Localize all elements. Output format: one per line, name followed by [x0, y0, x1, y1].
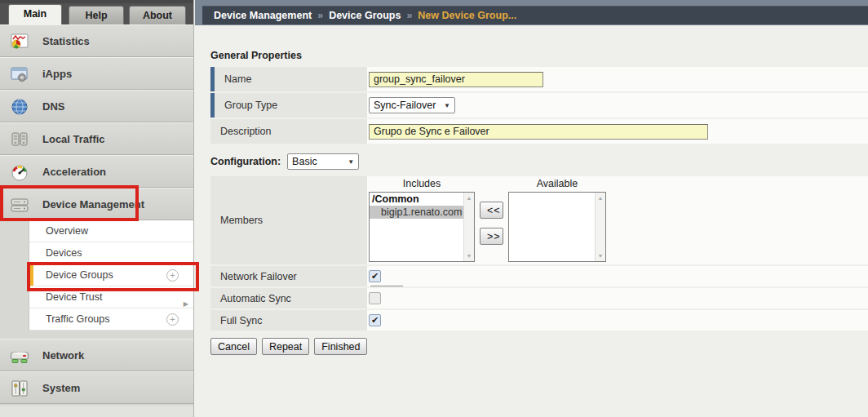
includes-scrollbar[interactable]: ▲ ▼ [463, 193, 474, 261]
sidebar: Main Help About Statistics iApps DNS [0, 0, 194, 417]
full-sync-row: Full Sync ✔ [210, 310, 868, 330]
system-icon [10, 379, 29, 398]
submenu-item-device-trust[interactable]: Device Trust ▶ [29, 286, 193, 308]
bigip-admin-window: Main Help About Statistics iApps DNS [0, 0, 868, 417]
sidebar-item-label: Network [42, 339, 84, 371]
action-buttons: Cancel Repeat Finished [210, 338, 868, 355]
submenu-item-traffic-groups[interactable]: Traffic Groups + [29, 308, 193, 330]
configuration-line: Configuration: Basic ▼ [210, 153, 868, 170]
submenu-item-label: Devices [46, 247, 82, 259]
add-icon[interactable]: + [166, 269, 179, 282]
name-input[interactable] [369, 72, 543, 87]
includes-listbox[interactable]: /Common bigip1.renato.com ▲ ▼ [369, 192, 475, 262]
includes-column: Includes /Common bigip1.renato.com ▲ ▼ [369, 178, 475, 262]
automatic-sync-label: Automatic Sync [220, 293, 291, 304]
check-icon: ✔ [371, 272, 379, 281]
available-title: Available [508, 178, 606, 192]
add-icon[interactable]: + [166, 313, 179, 326]
breadcrumb: Device Management » Device Groups » New … [202, 6, 868, 24]
scroll-up-icon[interactable]: ▲ [464, 195, 474, 201]
sidebar-item-label: DNS [42, 91, 64, 122]
tab-strip: Main Help About [0, 0, 193, 24]
section-title-general-properties: General Properties [210, 50, 868, 61]
main-content: Device Management » Device Groups » New … [195, 0, 868, 417]
configuration-label: Configuration: [210, 156, 281, 167]
group-type-select[interactable]: Sync-Failover ▼ [369, 97, 455, 113]
form-area: General Properties Name Group Type [195, 50, 868, 355]
members-value-cell: Includes /Common bigip1.renato.com ▲ ▼ [367, 176, 868, 264]
check-icon: ✔ [371, 316, 379, 325]
automatic-sync-label-cell: Automatic Sync [210, 288, 367, 308]
sidebar-footer-area [0, 406, 193, 417]
includes-title: Includes [369, 178, 475, 192]
members-label-cell: Members [210, 176, 367, 264]
breadcrumb-current-page: New Device Group... [418, 10, 516, 21]
name-label: Name [224, 73, 251, 85]
local-traffic-icon [10, 130, 29, 149]
name-row: Name [210, 67, 868, 91]
available-listbox[interactable]: ▲ ▼ [508, 192, 606, 262]
sidebar-item-local-traffic[interactable]: Local Traffic [0, 122, 193, 155]
sidebar-item-device-management[interactable]: Device Management [0, 188, 193, 220]
name-label-cell: Name [210, 67, 367, 91]
sidebar-item-acceleration[interactable]: Acceleration [0, 155, 193, 188]
general-properties-table: Name Group Type Sync-Failover ▼ [210, 67, 868, 144]
breadcrumb-device-management[interactable]: Device Management [214, 10, 312, 21]
table-fold-line [370, 286, 403, 286]
submenu-item-devices[interactable]: Devices [29, 242, 193, 264]
description-value-cell [367, 119, 868, 144]
tab-main[interactable]: Main [8, 4, 62, 24]
breadcrumb-separator: » [312, 10, 329, 21]
automatic-sync-value-cell [367, 288, 868, 308]
group-type-label: Group Type [224, 100, 277, 111]
configuration-select[interactable]: Basic ▼ [287, 153, 359, 170]
available-column: Available ▲ ▼ [508, 178, 606, 262]
sidebar-item-iapps[interactable]: iApps [0, 57, 193, 90]
statistics-icon [10, 32, 29, 51]
breadcrumb-device-groups[interactable]: Device Groups [329, 10, 401, 21]
submenu-item-device-groups[interactable]: Device Groups + [29, 264, 193, 286]
submenu-item-overview[interactable]: Overview [29, 220, 193, 242]
automatic-sync-checkbox[interactable] [369, 292, 381, 304]
device-management-icon [10, 195, 29, 215]
sidebar-item-system[interactable]: System [0, 371, 193, 404]
move-to-includes-button[interactable]: << [480, 202, 503, 219]
sidebar-item-network[interactable]: Network [0, 339, 193, 371]
network-failover-checkbox[interactable]: ✔ [369, 270, 381, 282]
network-failover-row: Network Failover ✔ [210, 266, 868, 286]
scroll-down-icon[interactable]: ▼ [464, 253, 474, 259]
list-item-common[interactable]: /Common [370, 193, 474, 206]
tab-about[interactable]: About [129, 6, 186, 24]
submenu-item-label: Device Trust [46, 291, 102, 303]
sidebar-item-dns[interactable]: DNS [0, 90, 193, 122]
network-failover-value-cell: ✔ [367, 266, 868, 286]
list-item-bigip1[interactable]: bigip1.renato.com [370, 206, 474, 219]
move-to-available-button[interactable]: >> [480, 228, 503, 245]
description-label: Description [220, 126, 272, 137]
breadcrumb-separator: » [401, 10, 418, 21]
acceleration-icon [10, 162, 29, 182]
description-row: Description [210, 119, 868, 144]
scroll-down-icon[interactable]: ▼ [596, 253, 605, 259]
full-sync-value-cell: ✔ [367, 310, 868, 330]
submenu-item-label: Device Groups [46, 269, 113, 281]
network-failover-label: Network Failover [220, 271, 297, 282]
finished-button[interactable]: Finished [314, 338, 367, 355]
sidebar-item-label: Device Management [42, 189, 144, 220]
network-failover-label-cell: Network Failover [210, 266, 367, 286]
full-sync-label: Full Sync [220, 315, 262, 326]
sidebar-item-statistics[interactable]: Statistics [0, 24, 193, 57]
move-buttons-column: << >> [475, 178, 508, 254]
group-type-selected-value: Sync-Failover [374, 100, 436, 111]
repeat-button[interactable]: Repeat [262, 338, 309, 355]
submenu-item-label: Overview [46, 225, 88, 237]
cancel-button[interactable]: Cancel [210, 338, 257, 355]
available-scrollbar[interactable]: ▲ ▼ [595, 193, 605, 261]
tab-help[interactable]: Help [69, 6, 124, 24]
description-input[interactable] [369, 124, 708, 140]
device-management-submenu: Overview Devices Device Groups + Device … [29, 220, 193, 330]
full-sync-checkbox[interactable]: ✔ [369, 314, 381, 326]
scroll-up-icon[interactable]: ▲ [596, 195, 605, 201]
group-type-value-cell: Sync-Failover ▼ [367, 93, 868, 118]
dropdown-arrow-icon: ▼ [348, 158, 354, 166]
